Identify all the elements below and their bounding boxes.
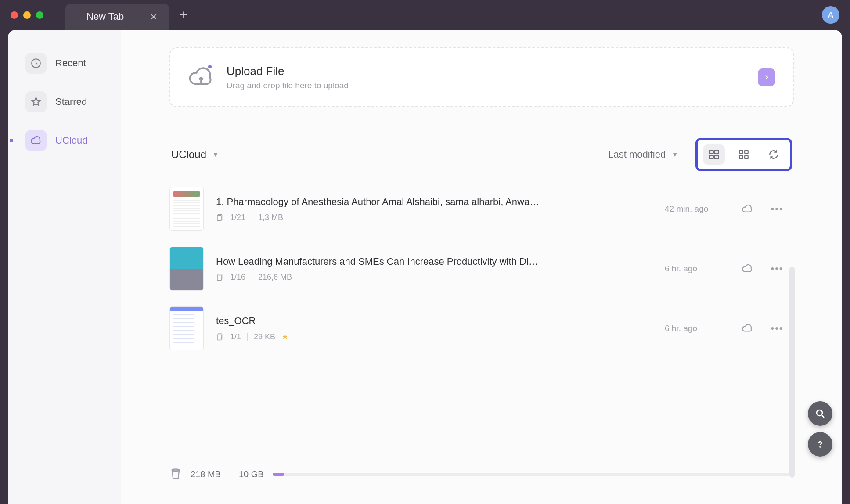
sort-dropdown[interactable]: Last modified ▼ bbox=[608, 149, 678, 160]
svg-rect-4 bbox=[714, 155, 718, 158]
file-pages: 1/21 bbox=[230, 213, 245, 222]
meta-divider bbox=[252, 213, 252, 221]
storage-icon bbox=[169, 468, 182, 480]
chevron-down-icon: ▼ bbox=[212, 151, 219, 158]
more-options-button[interactable]: ••• bbox=[768, 323, 786, 334]
upload-subtitle: Drag and drop file here to upload bbox=[227, 81, 746, 90]
file-name: How Leading Manufacturers and SMEs Can I… bbox=[216, 256, 576, 267]
file-info: tes_OCR 1/1 29 KB ★ bbox=[216, 315, 652, 342]
file-thumbnail bbox=[169, 247, 204, 291]
tab-title: New Tab bbox=[86, 11, 124, 22]
window-close-button[interactable] bbox=[11, 11, 18, 19]
sidebar-item-starred[interactable]: Starred bbox=[18, 86, 112, 118]
pages-icon bbox=[216, 273, 224, 281]
file-time: 6 hr. ago bbox=[665, 324, 726, 333]
file-info: How Leading Manufacturers and SMEs Can I… bbox=[216, 256, 652, 282]
cloud-icon bbox=[25, 130, 47, 151]
svg-rect-1 bbox=[710, 151, 713, 154]
storage-progress-track bbox=[273, 473, 794, 476]
svg-rect-8 bbox=[745, 155, 748, 159]
file-size: 1,3 MB bbox=[258, 213, 283, 222]
traffic-lights bbox=[11, 11, 43, 19]
sidebar: Recent Starred UCloud bbox=[8, 30, 121, 504]
list-view-button[interactable] bbox=[703, 144, 725, 165]
controls-row: UCloud ▼ Last modified ▼ bbox=[169, 138, 794, 171]
file-row[interactable]: 1. Pharmacology of Anesthesia Author Ama… bbox=[169, 187, 786, 231]
file-meta: 1/16 216,6 MB bbox=[216, 273, 652, 282]
sidebar-item-label: Recent bbox=[55, 58, 86, 69]
file-thumbnail bbox=[169, 187, 204, 231]
star-icon: ★ bbox=[281, 332, 288, 342]
pages-icon bbox=[216, 333, 224, 341]
meta-divider bbox=[247, 333, 248, 341]
svg-rect-10 bbox=[217, 216, 221, 221]
avatar-initial: A bbox=[828, 10, 833, 20]
svg-rect-6 bbox=[745, 150, 748, 154]
cloud-status-icon[interactable] bbox=[738, 263, 756, 274]
upload-expand-button[interactable] bbox=[758, 68, 775, 86]
sidebar-item-recent[interactable]: Recent bbox=[18, 47, 112, 79]
meta-divider bbox=[252, 273, 252, 281]
avatar[interactable]: A bbox=[822, 6, 839, 24]
file-meta: 1/21 1,3 MB bbox=[216, 213, 652, 222]
sidebar-item-label: UCloud bbox=[55, 135, 87, 146]
scrollbar[interactable] bbox=[789, 267, 795, 478]
titlebar: New Tab × + A bbox=[0, 0, 850, 30]
upload-title: Upload File bbox=[227, 65, 746, 78]
svg-rect-3 bbox=[710, 155, 713, 158]
browser-tab[interactable]: New Tab × bbox=[65, 4, 169, 30]
svg-point-16 bbox=[817, 410, 822, 416]
window-maximize-button[interactable] bbox=[36, 11, 43, 19]
pages-icon bbox=[216, 213, 224, 221]
storage-divider bbox=[230, 469, 230, 479]
svg-point-17 bbox=[820, 446, 820, 447]
help-fab[interactable] bbox=[808, 432, 832, 457]
file-info: 1. Pharmacology of Anesthesia Author Ama… bbox=[216, 196, 652, 222]
location-dropdown[interactable]: UCloud ▼ bbox=[171, 148, 219, 161]
new-tab-button[interactable]: + bbox=[180, 7, 187, 22]
file-pages: 1/1 bbox=[230, 332, 241, 342]
upload-texts: Upload File Drag and drop file here to u… bbox=[227, 65, 746, 90]
file-size: 29 KB bbox=[254, 332, 275, 342]
chevron-down-icon: ▼ bbox=[672, 151, 678, 158]
file-name: 1. Pharmacology of Anesthesia Author Ama… bbox=[216, 196, 576, 208]
location-label: UCloud bbox=[171, 148, 206, 161]
more-options-button[interactable]: ••• bbox=[768, 263, 786, 274]
sidebar-item-label: Starred bbox=[55, 96, 87, 108]
svg-rect-7 bbox=[739, 155, 743, 159]
file-row[interactable]: How Leading Manufacturers and SMEs Can I… bbox=[169, 247, 786, 291]
refresh-button[interactable] bbox=[763, 144, 785, 165]
file-size: 216,6 MB bbox=[258, 273, 292, 282]
file-row[interactable]: tes_OCR 1/1 29 KB ★ 6 hr. ago ••• bbox=[169, 306, 786, 350]
file-meta: 1/1 29 KB ★ bbox=[216, 332, 652, 342]
content-area: Upload File Drag and drop file here to u… bbox=[121, 30, 842, 504]
svg-rect-5 bbox=[739, 150, 743, 154]
main-window: Recent Starred UCloud Upload File Drag a… bbox=[8, 30, 842, 504]
close-tab-icon[interactable]: × bbox=[150, 10, 157, 24]
cloud-status-icon[interactable] bbox=[738, 203, 756, 215]
more-options-button[interactable]: ••• bbox=[768, 203, 786, 215]
svg-rect-2 bbox=[714, 151, 718, 154]
file-name: tes_OCR bbox=[216, 315, 576, 327]
upload-cloud-icon bbox=[188, 64, 214, 90]
svg-rect-12 bbox=[217, 275, 221, 281]
storage-progress-fill bbox=[273, 473, 284, 476]
sidebar-item-ucloud[interactable]: UCloud bbox=[18, 125, 112, 156]
window-minimize-button[interactable] bbox=[23, 11, 31, 19]
file-pages: 1/16 bbox=[230, 273, 245, 282]
storage-total: 10 GB bbox=[239, 469, 264, 479]
star-icon bbox=[25, 91, 47, 112]
cloud-status-icon[interactable] bbox=[738, 323, 756, 334]
clock-icon bbox=[25, 53, 47, 74]
svg-rect-14 bbox=[217, 335, 221, 340]
storage-bar: 218 MB 10 GB bbox=[169, 462, 794, 486]
file-time: 42 min. ago bbox=[665, 204, 726, 214]
active-indicator-dot bbox=[10, 139, 13, 142]
search-fab[interactable] bbox=[808, 401, 832, 426]
file-time: 6 hr. ago bbox=[665, 264, 726, 274]
file-list: 1. Pharmacology of Anesthesia Author Ama… bbox=[169, 187, 794, 350]
view-toggle-group bbox=[695, 138, 792, 171]
grid-view-button[interactable] bbox=[733, 144, 755, 165]
storage-used: 218 MB bbox=[191, 469, 221, 479]
upload-dropzone[interactable]: Upload File Drag and drop file here to u… bbox=[169, 47, 794, 107]
